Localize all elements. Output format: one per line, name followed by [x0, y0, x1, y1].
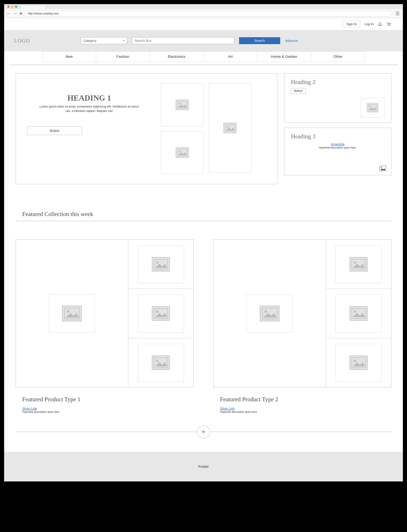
- browser-tab[interactable]: [21, 5, 46, 9]
- featured2-main-image: [214, 240, 326, 387]
- svg-point-30: [265, 310, 267, 313]
- load-more-divider: +: [16, 431, 391, 432]
- featured-card-2: Featured Product Type 2 Shop Link Hyperl…: [213, 239, 391, 414]
- svg-point-39: [354, 360, 356, 362]
- search-input[interactable]: [132, 37, 234, 44]
- featured-title-underline: [16, 221, 391, 221]
- search-button[interactable]: Search: [239, 37, 280, 44]
- hero-paragraph: Lorem ipsum dolor sit amet, consectetur …: [37, 104, 142, 113]
- aside3-hyperlink[interactable]: Hyperlink: [331, 142, 344, 146]
- featured1-thumb-1[interactable]: [128, 240, 193, 289]
- svg-point-27: [156, 360, 158, 362]
- featured2-thumb-2[interactable]: [326, 289, 391, 338]
- featured1-shop-link[interactable]: Shop Link: [22, 407, 37, 410]
- featured2-thumb-1[interactable]: [326, 240, 391, 289]
- featured1-title: Featured Product Type 1: [22, 396, 194, 403]
- nav-tab-other[interactable]: Other: [311, 52, 365, 62]
- svg-point-10: [227, 126, 228, 127]
- menu-icon[interactable]: ☰: [394, 11, 400, 16]
- featured2-shop-link[interactable]: Shop Link: [220, 407, 235, 410]
- browser-window: ← → ⟳ ☰ Sign In Log In LOGO Category ▼ S…: [4, 4, 403, 482]
- featured-section-title: Featured Collection this week: [22, 211, 391, 218]
- featured-card-1: Featured Product Type 1 Shop Link Hyperl…: [16, 239, 194, 414]
- load-more-button[interactable]: +: [197, 425, 210, 438]
- svg-point-36: [354, 311, 356, 313]
- hero-panel: HEADING 1 Lorem ipsum dolor sit amet, co…: [16, 73, 277, 184]
- sign-in-button[interactable]: Sign In: [343, 21, 360, 28]
- svg-point-13: [370, 106, 371, 107]
- footer-text: Footer: [198, 464, 209, 469]
- nav-tab-new[interactable]: New: [42, 52, 96, 62]
- featured1-desc: Hyperlink description goes here.: [22, 410, 194, 414]
- maximize-window-icon[interactable]: [15, 6, 17, 8]
- search-band: LOGO Category ▼ Search Advance: [4, 30, 403, 51]
- advance-link[interactable]: Advance: [285, 39, 298, 43]
- svg-point-24: [156, 311, 158, 313]
- nav-tab-fashion[interactable]: Fashion: [96, 52, 150, 62]
- plus-icon: +: [202, 428, 205, 436]
- notification-icon[interactable]: [377, 22, 383, 26]
- featured1-thumb-3[interactable]: [128, 338, 193, 387]
- aside2-image: [361, 98, 384, 117]
- hero-image-1: [161, 84, 204, 126]
- svg-point-0: [388, 25, 389, 26]
- featured1-thumb-2[interactable]: [128, 289, 193, 338]
- svg-point-33: [354, 261, 356, 264]
- forward-icon[interactable]: →: [13, 11, 17, 16]
- aside3-image-icon: [380, 166, 386, 171]
- address-bar[interactable]: [25, 11, 392, 16]
- browser-chrome: ← → ⟳ ☰: [4, 4, 403, 18]
- featured2-thumb-3[interactable]: [326, 338, 391, 387]
- nav-tab-home-garden[interactable]: Home & Garden: [257, 52, 311, 62]
- aside-heading3: Heading 3: [291, 133, 384, 140]
- nav-tab-electronics[interactable]: Electronics: [150, 52, 204, 62]
- aside3-desc: Hyperlink description goes here.: [291, 146, 384, 149]
- window-controls: [5, 4, 19, 9]
- hero-button[interactable]: Button: [27, 126, 82, 135]
- featured2-title: Featured Product Type 2: [220, 396, 391, 403]
- reload-icon[interactable]: ⟳: [20, 12, 22, 16]
- category-label: Category: [83, 39, 96, 43]
- hero-heading: HEADING 1: [27, 93, 151, 102]
- back-icon[interactable]: ←: [7, 11, 11, 16]
- close-window-icon[interactable]: [8, 6, 9, 8]
- svg-point-21: [156, 261, 158, 264]
- featured2-desc: Hyperlink description goes here.: [220, 410, 391, 414]
- utility-bar: Sign In Log In: [4, 18, 403, 30]
- svg-point-7: [179, 150, 180, 152]
- category-dropdown[interactable]: Category ▼: [81, 37, 127, 44]
- svg-point-4: [179, 103, 180, 104]
- svg-point-1: [390, 25, 390, 26]
- svg-point-15: [381, 167, 382, 168]
- logo: LOGO: [14, 38, 30, 44]
- aside-heading3-panel: Heading 3 Hyperlink Hyperlink descriptio…: [284, 128, 391, 175]
- minimize-window-icon[interactable]: [11, 6, 13, 8]
- nav-tab-art[interactable]: Art: [204, 52, 258, 62]
- hero-image-3: [209, 84, 251, 172]
- main-content: HEADING 1 Lorem ipsum dolor sit amet, co…: [4, 65, 403, 432]
- hero-image-2: [161, 131, 204, 174]
- aside-heading2: Heading 2: [291, 78, 384, 86]
- svg-point-18: [67, 310, 69, 313]
- chevron-down-icon: ▼: [123, 39, 125, 42]
- aside-heading2-panel: Heading 2 Button: [284, 73, 391, 123]
- aside2-button[interactable]: Button: [291, 88, 306, 94]
- footer: Footer: [4, 452, 403, 481]
- featured1-main-image: [16, 240, 128, 387]
- cart-icon[interactable]: [386, 22, 391, 26]
- nav-tabs-row: New Fashion Electronics Art Home & Garde…: [4, 51, 403, 63]
- log-in-link[interactable]: Log In: [364, 22, 374, 26]
